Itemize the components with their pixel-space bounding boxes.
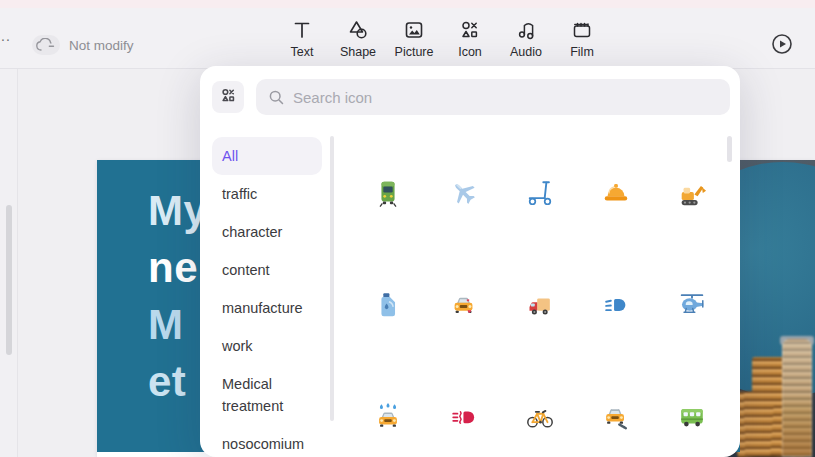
tool-label: Picture	[395, 45, 434, 59]
category-content[interactable]: content	[212, 251, 322, 289]
icon-cell-wedding-car[interactable]	[426, 249, 502, 361]
icon-shapes-icon	[220, 87, 237, 108]
low-beam-light-icon	[601, 290, 631, 320]
play-icon	[770, 32, 794, 60]
icon-picker-popup: All traffic character content manufactur…	[200, 66, 740, 457]
icon-cell-bus[interactable]	[654, 361, 730, 457]
icon-cell-excavator[interactable]	[654, 137, 730, 249]
thumbnail-rail	[0, 69, 18, 457]
browser-top-strip	[0, 0, 815, 8]
cloud-offline-icon	[32, 35, 60, 55]
water-jug-icon	[373, 290, 403, 320]
toolbar: .. Not modify Text	[0, 8, 815, 69]
icon-cell-kick-scooter[interactable]	[502, 137, 578, 249]
icon-cell-delivery-truck[interactable]	[502, 249, 578, 361]
search-box	[256, 79, 730, 115]
tool-label: Film	[570, 45, 594, 59]
icon-grid	[350, 137, 730, 457]
icon-cell-low-beam-light[interactable]	[578, 249, 654, 361]
category-list: All traffic character content manufactur…	[212, 137, 322, 457]
tool-label: Shape	[340, 45, 376, 59]
tool-picture[interactable]: Picture	[386, 19, 442, 59]
airplane-icon	[449, 178, 479, 208]
category-work[interactable]: work	[212, 327, 322, 365]
tool-label: Audio	[510, 45, 542, 59]
save-status: Not modify	[32, 35, 134, 55]
wedding-car-icon	[449, 290, 479, 320]
tool-shape[interactable]: Shape	[330, 19, 386, 59]
toolbar-overflow[interactable]: ..	[1, 28, 11, 44]
icon-cell-fog-light[interactable]	[426, 361, 502, 457]
bicycle-icon	[525, 402, 555, 432]
icon-category-button[interactable]	[212, 81, 244, 113]
search-input[interactable]	[256, 79, 730, 115]
icon-cell-car-wash[interactable]	[350, 361, 426, 457]
category-manufacture[interactable]: manufacture	[212, 289, 322, 327]
safety-helmet-icon	[601, 178, 631, 208]
coin-jar	[782, 339, 812, 457]
picture-icon	[403, 19, 425, 41]
icon-grid-scrollbar[interactable]	[727, 136, 732, 162]
delivery-truck-icon	[525, 290, 555, 320]
app-window: .. Not modify Text	[0, 0, 815, 457]
icon-cell-water-jug[interactable]	[350, 249, 426, 361]
tool-film[interactable]: Film	[554, 19, 610, 59]
film-icon	[571, 19, 593, 41]
shape-icon	[347, 19, 369, 41]
category-all[interactable]: All	[212, 137, 322, 175]
category-nosocomium[interactable]: nosocomium	[212, 425, 322, 457]
car-repair-icon	[601, 402, 631, 432]
tool-icon[interactable]: Icon	[442, 19, 498, 59]
tool-label: Icon	[458, 45, 482, 59]
category-scrollbar[interactable]	[330, 136, 334, 421]
rail-scrollbar[interactable]	[6, 205, 12, 355]
icon-cell-safety-helmet[interactable]	[578, 137, 654, 249]
play-button[interactable]	[769, 33, 795, 59]
tool-text[interactable]: Text	[274, 19, 330, 59]
bus-icon	[677, 402, 707, 432]
excavator-icon	[677, 178, 707, 208]
category-medical-treatment[interactable]: Medical treatment	[212, 365, 322, 425]
insert-tools: Text Shape	[274, 19, 610, 59]
icon-cell-helicopter[interactable]	[654, 249, 730, 361]
icon-cell-train[interactable]	[350, 137, 426, 249]
icon-shapes-icon	[459, 19, 481, 41]
kick-scooter-icon	[525, 178, 555, 208]
fog-light-icon	[449, 402, 479, 432]
train-icon	[373, 178, 403, 208]
audio-note-icon	[515, 19, 537, 41]
tool-audio[interactable]: Audio	[498, 19, 554, 59]
tool-label: Text	[291, 45, 314, 59]
icon-cell-bicycle[interactable]	[502, 361, 578, 457]
category-character[interactable]: character	[212, 213, 322, 251]
car-wash-icon	[373, 402, 403, 432]
status-label: Not modify	[69, 38, 134, 53]
helicopter-icon	[677, 290, 707, 320]
text-icon	[291, 19, 313, 41]
icon-cell-airplane[interactable]	[426, 137, 502, 249]
category-traffic[interactable]: traffic	[212, 175, 322, 213]
icon-cell-car-repair[interactable]	[578, 361, 654, 457]
